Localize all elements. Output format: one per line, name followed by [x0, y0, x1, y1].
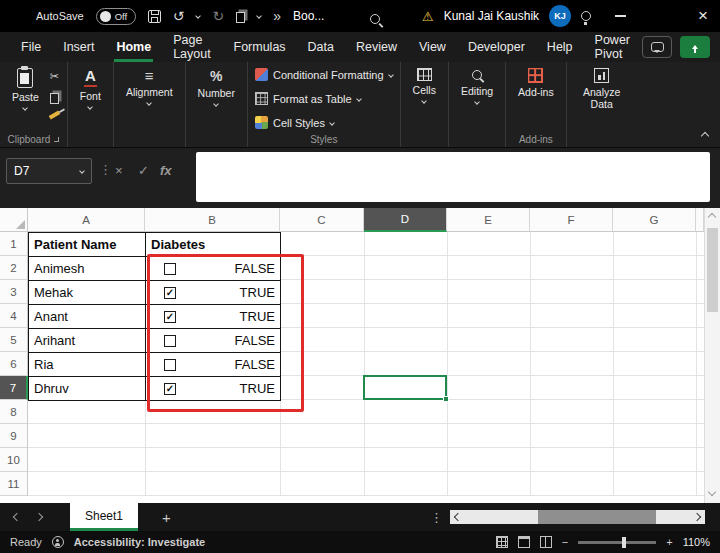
column-header-f[interactable]: F — [530, 208, 613, 232]
zoom-slider[interactable] — [578, 541, 656, 544]
enter-icon[interactable]: ✓ — [138, 163, 149, 178]
row-header-5[interactable]: 5 — [0, 328, 28, 352]
share-button[interactable] — [680, 36, 710, 58]
add-sheet-button[interactable]: + — [162, 509, 171, 526]
selected-cell-d7[interactable] — [363, 375, 447, 400]
insert-function-icon[interactable]: fx — [160, 163, 172, 178]
autosave-toggle[interactable]: Off — [96, 8, 136, 25]
redo-icon[interactable]: ↻ — [212, 8, 224, 24]
vertical-scrollbar-thumb[interactable] — [707, 228, 718, 312]
zoom-in-icon[interactable]: + — [666, 536, 672, 548]
column-header-a[interactable]: A — [28, 208, 145, 232]
tab-review[interactable]: Review — [345, 32, 408, 62]
normal-view-icon[interactable] — [496, 536, 508, 548]
font-button[interactable]: A Font — [75, 65, 106, 112]
toolbar-dropdown-icon[interactable] — [256, 13, 262, 19]
comments-button[interactable] — [642, 36, 672, 58]
page-break-view-icon[interactable] — [540, 536, 552, 548]
cells-button[interactable]: Cells — [408, 65, 441, 106]
row-header-11[interactable]: 11 — [0, 472, 28, 496]
zoom-out-icon[interactable]: − — [562, 536, 568, 548]
lightbulb-icon[interactable] — [581, 7, 591, 25]
row-header-1[interactable]: 1 — [0, 232, 28, 256]
prev-sheet-icon[interactable] — [13, 513, 21, 521]
formula-input[interactable] — [196, 152, 710, 202]
tab-file[interactable]: File — [10, 32, 52, 62]
number-button[interactable]: % Number — [193, 65, 240, 109]
cell-a5[interactable]: Arihant — [29, 329, 146, 353]
cancel-icon[interactable]: × — [115, 163, 123, 178]
undo-dropdown-icon[interactable] — [196, 13, 202, 19]
workbook-name[interactable]: Boo... — [293, 9, 324, 23]
scroll-up-icon[interactable] — [708, 213, 716, 221]
column-header-c[interactable]: C — [280, 208, 364, 232]
scroll-down-icon[interactable] — [708, 488, 716, 496]
page-layout-view-icon[interactable] — [518, 536, 530, 548]
scroll-right-icon[interactable] — [693, 513, 701, 521]
zoom-level[interactable]: 110% — [683, 536, 710, 548]
paste-button[interactable]: Paste — [7, 65, 44, 113]
analyze-data-button[interactable]: Analyze Data — [574, 65, 630, 113]
row-header-6[interactable]: 6 — [0, 352, 28, 376]
undo-icon[interactable]: ↺ — [173, 8, 185, 24]
row-header-10[interactable]: 10 — [0, 448, 28, 472]
cell-a2[interactable]: Animesh — [29, 257, 146, 281]
addins-button[interactable]: Add-ins — [513, 65, 559, 101]
tab-formulas[interactable]: Formulas — [223, 32, 297, 62]
toolbar-overflow-icon[interactable]: » — [273, 8, 281, 24]
tab-page-layout[interactable]: Page Layout — [162, 32, 222, 62]
tab-bar-dots-icon[interactable]: ⋮ — [430, 510, 443, 525]
column-header-partial[interactable] — [696, 208, 704, 232]
tab-data[interactable]: Data — [297, 32, 345, 62]
fill-handle[interactable] — [443, 396, 449, 402]
format-as-table-button[interactable]: Format as Table — [255, 89, 361, 108]
row-header-8[interactable]: 8 — [0, 400, 28, 424]
tab-developer[interactable]: Developer — [457, 32, 536, 62]
zoom-slider-thumb[interactable] — [622, 537, 626, 548]
name-box[interactable]: D7 — [6, 158, 92, 184]
cell-styles-button[interactable]: Cell Styles — [255, 113, 334, 132]
avatar[interactable]: KJ — [549, 5, 571, 27]
user-name[interactable]: Kunal Jai Kaushik — [444, 9, 539, 23]
name-box-dropdown-icon[interactable] — [79, 168, 85, 174]
horizontal-scrollbar-thumb[interactable] — [538, 510, 656, 524]
cut-icon[interactable]: ✂ — [50, 70, 59, 83]
row-header-4[interactable]: 4 — [0, 304, 28, 328]
row-header-3[interactable]: 3 — [0, 280, 28, 304]
column-header-b[interactable]: B — [145, 208, 280, 232]
tab-sheet1[interactable]: Sheet1 — [70, 503, 138, 531]
tab-help[interactable]: Help — [536, 32, 584, 62]
search-icon[interactable] — [370, 10, 380, 28]
accessibility-icon[interactable] — [52, 536, 64, 548]
tab-insert[interactable]: Insert — [52, 32, 105, 62]
row-header-7[interactable]: 7 — [0, 376, 28, 400]
conditional-formatting-button[interactable]: Conditional Formatting — [255, 65, 393, 84]
select-all-corner[interactable] — [0, 208, 28, 232]
row-header-2[interactable]: 2 — [0, 256, 28, 280]
cell-a1[interactable]: Patient Name — [29, 233, 146, 257]
cell-grid[interactable]: Patient Name Diabetes Animesh FALSE Meha… — [28, 232, 704, 496]
copy-icon[interactable] — [50, 93, 59, 104]
accessibility-status[interactable]: Accessibility: Investigate — [74, 536, 205, 548]
copy-book-icon[interactable] — [236, 9, 245, 23]
close-icon[interactable]: × — [698, 6, 708, 26]
alignment-button[interactable]: ≡ Alignment — [121, 65, 178, 108]
tab-home[interactable]: Home — [105, 32, 162, 62]
next-sheet-icon[interactable] — [35, 513, 43, 521]
cell-a6[interactable]: Ria — [29, 353, 146, 377]
scroll-left-icon[interactable] — [454, 513, 462, 521]
column-header-e[interactable]: E — [447, 208, 530, 232]
cell-a7[interactable]: Dhruv — [29, 377, 146, 401]
vertical-scrollbar[interactable] — [704, 208, 720, 503]
save-icon[interactable] — [148, 10, 161, 23]
cell-a3[interactable]: Mehak — [29, 281, 146, 305]
row-header-9[interactable]: 9 — [0, 424, 28, 448]
collapse-ribbon-icon[interactable] — [701, 132, 709, 140]
column-header-g[interactable]: G — [613, 208, 696, 232]
cell-a4[interactable]: Anant — [29, 305, 146, 329]
editing-button[interactable]: Editing — [456, 65, 498, 107]
tab-power-pivot[interactable]: Power Pivot — [584, 32, 642, 62]
format-painter-icon[interactable] — [49, 111, 61, 120]
tab-view[interactable]: View — [408, 32, 457, 62]
column-header-d[interactable]: D — [364, 208, 447, 232]
